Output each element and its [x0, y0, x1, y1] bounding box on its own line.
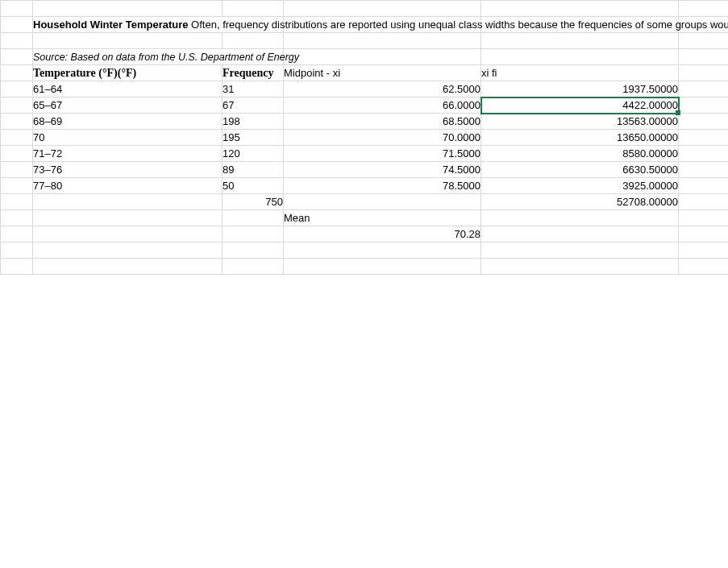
- cell[interactable]: [1, 33, 33, 49]
- cell[interactable]: [33, 194, 223, 210]
- cell[interactable]: [481, 1, 679, 17]
- temp-cell[interactable]: 77–80: [33, 178, 223, 194]
- xifi-cell[interactable]: 6630.50000: [481, 162, 679, 178]
- cell[interactable]: [481, 33, 679, 49]
- cell[interactable]: [1, 97, 33, 114]
- cell[interactable]: [679, 259, 729, 275]
- freq-cell[interactable]: 89: [223, 162, 284, 178]
- cell[interactable]: [679, 81, 729, 97]
- mean-label-cell[interactable]: Mean: [284, 210, 481, 226]
- cell[interactable]: [679, 97, 729, 114]
- midpoint-cell[interactable]: 71.5000: [284, 146, 481, 162]
- freq-cell[interactable]: 31: [223, 81, 284, 97]
- midpoint-cell[interactable]: 66.0000: [284, 97, 481, 114]
- temp-cell[interactable]: 71–72: [33, 146, 223, 162]
- col-header-xifi[interactable]: xi fi: [481, 65, 679, 81]
- cell[interactable]: [223, 1, 284, 17]
- cell[interactable]: [481, 243, 679, 259]
- xifi-cell[interactable]: 3925.00000: [481, 178, 679, 194]
- col-header-midpoint[interactable]: Midpoint - xi: [284, 65, 481, 81]
- cell[interactable]: [1, 17, 33, 33]
- cell[interactable]: [223, 33, 284, 49]
- cell[interactable]: [679, 146, 729, 162]
- cell[interactable]: [284, 259, 481, 275]
- cell[interactable]: [223, 226, 284, 243]
- freq-cell[interactable]: 195: [223, 130, 284, 146]
- problem-text[interactable]: Household Winter Temperature Often, freq…: [33, 17, 284, 33]
- temp-cell[interactable]: 65–67: [33, 97, 223, 114]
- cell[interactable]: [1, 114, 33, 130]
- cell[interactable]: [33, 226, 223, 243]
- cell[interactable]: [1, 146, 33, 162]
- cell[interactable]: [679, 114, 729, 130]
- cell[interactable]: [33, 1, 223, 17]
- cell[interactable]: [679, 194, 729, 210]
- cell[interactable]: [1, 81, 33, 97]
- temp-cell[interactable]: 70: [33, 130, 223, 146]
- cell[interactable]: [1, 1, 33, 17]
- cell[interactable]: [1, 65, 33, 81]
- cell[interactable]: [284, 243, 481, 259]
- cell[interactable]: [679, 65, 729, 81]
- cell[interactable]: [1, 259, 33, 275]
- cell[interactable]: [223, 259, 284, 275]
- cell[interactable]: [284, 1, 481, 17]
- cell[interactable]: [481, 226, 679, 243]
- cell[interactable]: [1, 194, 33, 210]
- table-row: 70 195 70.0000 13650.00000: [1, 130, 729, 146]
- midpoint-cell[interactable]: 62.5000: [284, 81, 481, 97]
- cell[interactable]: [1, 130, 33, 146]
- cell[interactable]: [223, 243, 284, 259]
- temp-cell[interactable]: 61–64: [33, 81, 223, 97]
- total-xifi-cell[interactable]: 52708.00000: [481, 194, 679, 210]
- cell[interactable]: [679, 1, 729, 17]
- cell[interactable]: [223, 210, 284, 226]
- cell[interactable]: [679, 210, 729, 226]
- midpoint-cell[interactable]: 74.5000: [284, 162, 481, 178]
- cell[interactable]: [284, 49, 481, 65]
- cell[interactable]: [679, 162, 729, 178]
- xifi-cell[interactable]: 1937.50000: [481, 81, 679, 97]
- freq-cell[interactable]: 198: [223, 114, 284, 130]
- cell[interactable]: [33, 259, 223, 275]
- cell[interactable]: [679, 243, 729, 259]
- cell[interactable]: [1, 162, 33, 178]
- temp-cell[interactable]: 68–69: [33, 114, 223, 130]
- cell[interactable]: [1, 243, 33, 259]
- xifi-cell[interactable]: 13650.00000: [481, 130, 679, 146]
- temp-cell[interactable]: 73–76: [33, 162, 223, 178]
- cell[interactable]: [284, 33, 481, 49]
- col-header-temperature[interactable]: Temperature (°F)(°F): [33, 65, 223, 81]
- freq-cell[interactable]: 120: [223, 146, 284, 162]
- mean-value-cell[interactable]: 70.28: [284, 226, 481, 243]
- cell[interactable]: [481, 210, 679, 226]
- cell[interactable]: [1, 178, 33, 194]
- cell[interactable]: [679, 49, 729, 65]
- cell[interactable]: [679, 226, 729, 243]
- total-freq-cell[interactable]: 750: [223, 194, 284, 210]
- cell[interactable]: [679, 178, 729, 194]
- midpoint-cell[interactable]: 68.5000: [284, 114, 481, 130]
- cell[interactable]: [33, 210, 223, 226]
- midpoint-cell[interactable]: 78.5000: [284, 178, 481, 194]
- cell[interactable]: [481, 259, 679, 275]
- cell[interactable]: [1, 226, 33, 243]
- cell[interactable]: [1, 210, 33, 226]
- cell[interactable]: [284, 194, 481, 210]
- cell[interactable]: [481, 49, 679, 65]
- xifi-cell[interactable]: 13563.00000: [481, 114, 679, 130]
- cell[interactable]: [679, 33, 729, 49]
- cell[interactable]: [33, 33, 223, 49]
- col-header-frequency[interactable]: Frequency: [223, 65, 284, 81]
- freq-cell[interactable]: 50: [223, 178, 284, 194]
- spreadsheet-sheet[interactable]: Household Winter Temperature Often, freq…: [0, 0, 728, 568]
- freq-cell[interactable]: 67: [223, 97, 284, 114]
- source-text[interactable]: Source: Based on data from the U.S. Depa…: [33, 49, 284, 65]
- cell[interactable]: [1, 49, 33, 65]
- cell[interactable]: [679, 130, 729, 146]
- cell[interactable]: [33, 243, 223, 259]
- spreadsheet-grid[interactable]: Household Winter Temperature Often, freq…: [0, 0, 728, 275]
- xifi-cell[interactable]: 8580.00000: [481, 146, 679, 162]
- midpoint-cell[interactable]: 70.0000: [284, 130, 481, 146]
- xifi-cell-active[interactable]: 4422.00000: [481, 97, 679, 114]
